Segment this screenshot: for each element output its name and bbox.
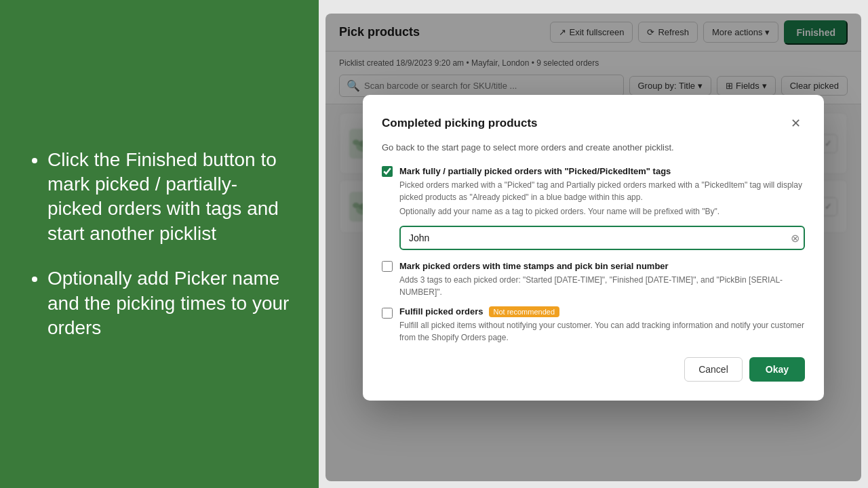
checkbox-2-desc: Adds 3 tags to each picked order: "Start… bbox=[399, 274, 805, 298]
checkbox-1-desc2: Optionally add your name as a tag to pic… bbox=[399, 205, 805, 218]
right-panel: Pick products ↗ Exit fullscreen ⟳ Refres… bbox=[319, 0, 868, 488]
checkbox-1[interactable] bbox=[382, 166, 393, 177]
bullet-list: Click the Finished button to mark picked… bbox=[27, 148, 292, 341]
checkbox-row-2: Mark picked orders with time stamps and … bbox=[382, 260, 805, 298]
modal-footer: Cancel Okay bbox=[382, 357, 805, 382]
checkbox-row-1: Mark fully / partially picked orders wit… bbox=[382, 165, 805, 218]
left-panel: Click the Finished button to mark picked… bbox=[0, 0, 319, 488]
checkbox-1-desc1: Picked orders marked with a "Picked" tag… bbox=[399, 179, 805, 203]
modal-subtitle: Go back to the start page to select more… bbox=[382, 142, 805, 152]
checkbox-1-content: Mark fully / partially picked orders wit… bbox=[399, 165, 805, 218]
modal-header: Completed picking products ✕ bbox=[382, 114, 805, 133]
checkbox-1-label[interactable]: Mark fully / partially picked orders wit… bbox=[399, 166, 671, 176]
input-clear-button[interactable]: ⊗ bbox=[791, 231, 800, 244]
cancel-button[interactable]: Cancel bbox=[684, 357, 743, 382]
checkbox-3[interactable] bbox=[382, 308, 393, 319]
checkbox-row-3: Fulfill picked orders Not recommended Fu… bbox=[382, 306, 805, 344]
modal-overlay: Completed picking products ✕ Go back to … bbox=[326, 14, 861, 481]
checkbox-2-label[interactable]: Mark picked orders with time stamps and … bbox=[399, 261, 669, 271]
modal-close-button[interactable]: ✕ bbox=[786, 114, 805, 133]
checkbox-3-label[interactable]: Fulfill picked orders bbox=[399, 306, 484, 317]
modal-title: Completed picking products bbox=[382, 117, 538, 130]
not-recommended-badge: Not recommended bbox=[489, 306, 560, 317]
bullet-item-2: Optionally add Picker name and the picki… bbox=[47, 266, 292, 340]
checkbox-3-content: Fulfill picked orders Not recommended Fu… bbox=[399, 306, 805, 344]
checkbox-3-label-row: Fulfill picked orders Not recommended bbox=[399, 306, 805, 317]
checkbox-3-desc: Fulfill all picked items without notifyi… bbox=[399, 319, 805, 344]
app-container: Pick products ↗ Exit fullscreen ⟳ Refres… bbox=[326, 14, 861, 481]
checkbox-2[interactable] bbox=[382, 261, 393, 272]
checkbox-2-content: Mark picked orders with time stamps and … bbox=[399, 260, 805, 298]
modal-dialog: Completed picking products ✕ Go back to … bbox=[363, 95, 824, 401]
okay-button[interactable]: Okay bbox=[749, 357, 805, 382]
name-input-container: ⊗ bbox=[399, 226, 805, 250]
bullet-item-1: Click the Finished button to mark picked… bbox=[47, 148, 292, 247]
picker-name-input[interactable] bbox=[399, 226, 805, 250]
